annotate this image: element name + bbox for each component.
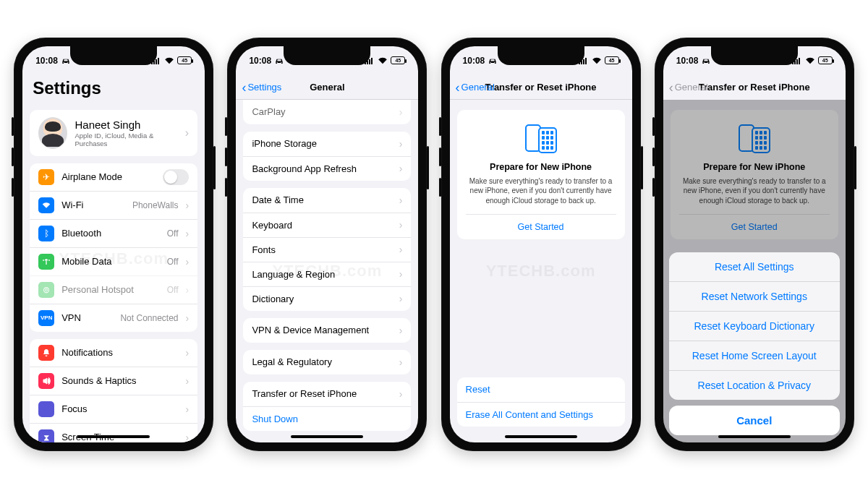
notch	[284, 46, 370, 65]
date-time-row[interactable]: Date & Time›	[243, 188, 411, 213]
reset-all-settings-option[interactable]: Reset All Settings	[669, 252, 840, 281]
svg-rect-19	[799, 58, 800, 64]
screen-3: 10:08 45 ‹General Transfer or Reset iPho…	[450, 46, 632, 442]
group-reset: Transfer or Reset iPhone› Shut Down	[243, 382, 411, 431]
reset-network-option[interactable]: Reset Network Settings	[669, 281, 840, 311]
row-detail: Not Connected	[120, 313, 178, 323]
back-button[interactable]: ‹General	[456, 75, 495, 100]
row-label: Fonts	[252, 244, 391, 255]
chevron-left-icon: ‹	[242, 81, 246, 94]
battery-icon: 45	[818, 56, 833, 64]
battery-icon: 45	[605, 56, 619, 64]
status-time: 10:08	[249, 56, 271, 66]
home-indicator[interactable]	[505, 435, 577, 438]
avatar	[38, 117, 67, 149]
status-time: 10:08	[676, 56, 699, 66]
fonts-row[interactable]: Fonts›	[243, 237, 411, 262]
reset-keyboard-option[interactable]: Reset Keyboard Dictionary	[669, 311, 840, 341]
wifi-status-icon	[164, 57, 174, 64]
car-icon	[274, 56, 284, 65]
apple-id-row[interactable]: Haneet Singh Apple ID, iCloud, Media & P…	[30, 110, 197, 156]
vpn-row[interactable]: VPN VPN Not Connected ›	[30, 304, 197, 332]
group-storage: iPhone Storage› Background App Refresh›	[243, 132, 411, 181]
language-region-row[interactable]: Language & Region›	[243, 262, 411, 286]
nav-title: Transfer or Reset iPhone	[485, 82, 597, 93]
reset-row[interactable]: Reset	[457, 377, 625, 402]
shut-down-row[interactable]: Shut Down	[243, 406, 411, 431]
chevron-right-icon: ›	[186, 432, 190, 442]
home-indicator[interactable]	[718, 435, 791, 438]
sounds-row[interactable]: Sounds & Haptics ›	[30, 367, 197, 395]
row-label: Date & Time	[252, 194, 391, 205]
hourglass-icon: ⧗	[38, 429, 54, 442]
get-started-button[interactable]: Get Started	[466, 214, 616, 239]
bluetooth-row[interactable]: ᛒ Bluetooth Off ›	[30, 219, 197, 247]
home-indicator[interactable]	[77, 435, 150, 438]
reset-scroll[interactable]: Prepare for New iPhone Make sure everyth…	[450, 100, 632, 442]
iphone-storage-row[interactable]: iPhone Storage›	[243, 132, 411, 156]
row-label: VPN & Device Management	[252, 325, 391, 335]
row-label: Wi-Fi	[61, 200, 125, 210]
device-frame-4: 10:08 45 ‹General Transfer or Reset iPho…	[655, 38, 854, 451]
vpn-management-row[interactable]: VPN & Device Management›	[243, 318, 411, 343]
wifi-row[interactable]: Wi-Fi PhoneWalls ›	[30, 191, 197, 219]
chevron-right-icon: ›	[399, 325, 403, 336]
battery-icon: 45	[391, 56, 405, 64]
chevron-right-icon: ›	[186, 375, 190, 387]
row-label: Shut Down	[252, 414, 402, 424]
row-label: Background App Refresh	[252, 163, 391, 174]
general-scroll[interactable]: CarPlay› iPhone Storage› Background App …	[236, 100, 418, 442]
svg-rect-11	[371, 58, 373, 64]
status-time: 10:08	[463, 56, 485, 66]
wifi-status-icon	[592, 57, 602, 64]
home-indicator[interactable]	[291, 435, 363, 438]
nav-header: ‹General Transfer or Reset iPhone	[450, 75, 632, 100]
chevron-right-icon: ›	[399, 194, 403, 206]
car-icon	[701, 56, 711, 65]
keyboard-row[interactable]: Keyboard›	[243, 213, 411, 237]
back-button[interactable]: ‹Settings	[242, 75, 281, 100]
row-label: Notifications	[61, 347, 178, 358]
chevron-right-icon: ›	[399, 244, 403, 255]
watermark: YTECHB.com	[450, 262, 632, 281]
row-label: Erase All Content and Settings	[466, 409, 616, 420]
row-label: Mobile Data	[61, 256, 160, 267]
dictionary-row[interactable]: Dictionary›	[243, 286, 411, 311]
background-refresh-row[interactable]: Background App Refresh›	[243, 156, 411, 181]
row-label: Personal Hotspot	[61, 284, 160, 295]
settings-scroll[interactable]: Settings Haneet Singh Apple ID, iCloud, …	[22, 75, 205, 442]
reset-location-option[interactable]: Reset Location & Privacy	[669, 370, 840, 400]
car-icon	[61, 56, 71, 65]
bluetooth-icon: ᛒ	[38, 226, 54, 241]
erase-all-row[interactable]: Erase All Content and Settings	[457, 402, 625, 427]
focus-row[interactable]: Focus ›	[30, 395, 197, 423]
carplay-row[interactable]: CarPlay›	[243, 100, 411, 124]
hotspot-row[interactable]: ⊚ Personal Hotspot Off ›	[30, 275, 197, 304]
back-label: General	[675, 82, 708, 93]
reset-home-layout-option[interactable]: Reset Home Screen Layout	[669, 341, 840, 370]
chevron-right-icon: ›	[186, 403, 190, 415]
row-label: Language & Region	[252, 269, 391, 280]
airplane-mode-row[interactable]: ✈ Airplane Mode	[30, 163, 197, 191]
legal-row[interactable]: Legal & Regulatory›	[243, 350, 411, 374]
row-label: VPN	[61, 312, 113, 323]
hotspot-icon: ⊚	[38, 282, 54, 298]
row-label: Airplane Mode	[61, 171, 156, 182]
notifications-row[interactable]: Notifications ›	[30, 339, 197, 367]
page-title: Settings	[22, 75, 205, 106]
svg-rect-18	[796, 59, 798, 64]
screen-1: 10:08 45 Settings Haneet Singh Apple ID,…	[22, 46, 205, 442]
screentime-row[interactable]: ⧗ Screen Time ›	[30, 423, 197, 442]
chevron-right-icon: ›	[186, 228, 190, 239]
wifi-status-icon	[378, 57, 388, 64]
airplane-icon: ✈	[38, 169, 54, 185]
svg-rect-10	[369, 59, 370, 64]
transfer-reset-row[interactable]: Transfer or Reset iPhone›	[243, 382, 411, 406]
cancel-button[interactable]: Cancel	[669, 406, 840, 435]
airplane-toggle[interactable]	[163, 169, 189, 185]
car-icon	[488, 56, 498, 65]
svg-rect-15	[585, 58, 587, 64]
mobile-data-row[interactable]: Mobile Data Off ›	[30, 247, 197, 275]
nav-header: ‹Settings General	[236, 75, 418, 100]
chevron-right-icon: ›	[399, 356, 403, 368]
